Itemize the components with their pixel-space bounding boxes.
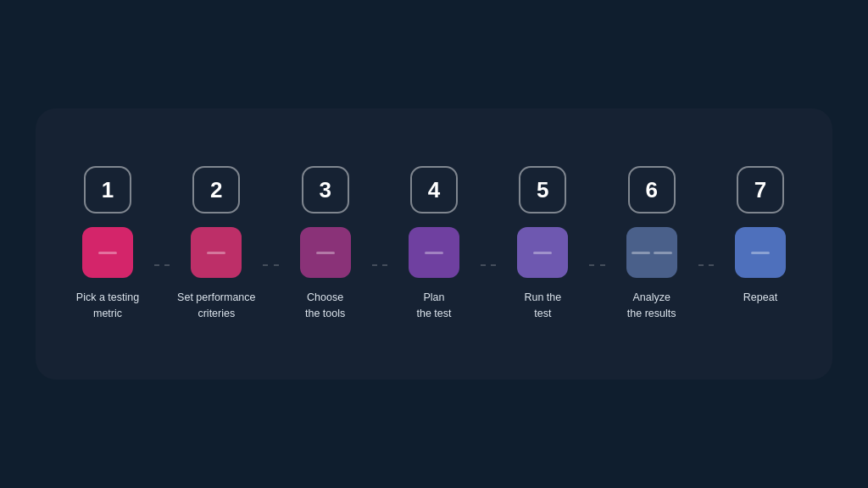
step-icon-6 [626, 227, 677, 278]
step-label-6: Analyze the results [627, 290, 676, 322]
connector-1 [154, 264, 170, 266]
step-icon-dash-2 [207, 252, 225, 254]
connector-2 [263, 264, 278, 266]
connector-4 [481, 264, 496, 266]
labels-row: Pick a testing metricSet performance cri… [61, 290, 807, 322]
step-label-5: Run the test [524, 290, 561, 322]
step-number-wrapper-7: 7 [714, 166, 807, 214]
step-number-wrapper-5: 5 [496, 166, 589, 214]
step-label-wrapper-6: Analyze the results [605, 290, 698, 322]
step-label-wrapper-3: Choose the tools [279, 290, 372, 322]
numbers-row: 1234567 [61, 166, 807, 214]
step-icon-dash-1 [98, 252, 117, 254]
step-label-wrapper-1: Pick a testing metric [61, 290, 154, 322]
step-icon-5 [517, 227, 568, 278]
connector-5 [589, 264, 604, 266]
step-icon-wrapper-5 [496, 227, 589, 278]
step-number-5: 5 [519, 166, 566, 214]
step-icon-7 [735, 227, 786, 278]
step-icon-dash-7 [751, 252, 770, 254]
step-icon-dash-4 [425, 252, 443, 254]
step-number-1: 1 [84, 166, 131, 214]
step-icon-4 [409, 227, 459, 278]
step-number-3: 3 [302, 166, 349, 214]
step-label-wrapper-2: Set performance criteries [170, 290, 263, 322]
connector-6 [698, 264, 714, 266]
step-label-wrapper-4: Plan the test [387, 290, 481, 322]
step-number-4: 4 [410, 166, 458, 214]
step-label-4: Plan the test [416, 290, 451, 322]
icon-row [61, 227, 807, 278]
step-icon-wrapper-6 [605, 227, 698, 278]
step-number-wrapper-3: 3 [279, 166, 372, 214]
step-icon-wrapper-2 [170, 227, 263, 278]
step-label-1: Pick a testing metric [76, 290, 139, 322]
step-icon-dash-3 [316, 252, 335, 254]
step-number-7: 7 [737, 166, 784, 214]
card-inner: 1234567 Pick a testing metricSet perform… [61, 166, 807, 322]
step-icon-wrapper-4 [387, 227, 481, 278]
step-number-wrapper-2: 2 [170, 166, 263, 214]
connector-3 [372, 264, 387, 266]
step-label-3: Choose the tools [305, 290, 345, 322]
step-label-wrapper-5: Run the test [496, 290, 589, 322]
step-icon-wrapper-1 [61, 227, 154, 278]
step-label-2: Set performance criteries [177, 290, 255, 322]
step-icon-3 [300, 227, 351, 278]
step-icon-dash2-6 [654, 252, 672, 254]
step-number-wrapper-1: 1 [61, 166, 154, 214]
step-label-wrapper-7: Repeat [714, 290, 807, 306]
step-icon-dash-6 [632, 252, 650, 254]
step-number-2: 2 [192, 166, 240, 214]
step-number-6: 6 [628, 166, 676, 214]
step-icon-2 [191, 227, 242, 278]
step-number-wrapper-6: 6 [605, 166, 698, 214]
step-icon-wrapper-3 [279, 227, 372, 278]
step-label-7: Repeat [743, 290, 777, 306]
step-number-wrapper-4: 4 [387, 166, 481, 214]
step-icon-dash-5 [533, 252, 552, 254]
step-icon-wrapper-7 [714, 227, 807, 278]
step-icon-1 [82, 227, 133, 278]
main-card: 1234567 Pick a testing metricSet perform… [36, 108, 832, 380]
